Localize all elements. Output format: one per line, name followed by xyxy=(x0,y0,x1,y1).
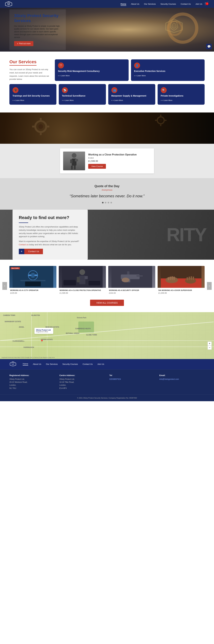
svg-rect-29 xyxy=(77,277,80,282)
footer-tel-number[interactable]: 02038897024 xyxy=(109,378,155,381)
map-label-barnsbury: BARNSBURY ESTATE xyxy=(5,321,21,322)
hero-section: 3Sixty Protect Security Services Our mis… xyxy=(0,8,214,52)
footer-email-address[interactable]: info@3sixtyprotect.com xyxy=(159,378,204,381)
course-img-door xyxy=(158,266,204,288)
map-label-farringdon: FARRINGDON xyxy=(24,346,34,348)
course-img-protection xyxy=(59,266,106,288)
quote-dot-1[interactable] xyxy=(105,202,106,204)
service-link-3[interactable]: » Learn More xyxy=(62,99,74,101)
svg-rect-45 xyxy=(168,277,169,280)
svg-rect-31 xyxy=(80,284,82,288)
service-link-4[interactable]: » Learn More xyxy=(112,99,123,101)
service-icon-3: 📡 xyxy=(62,87,68,93)
service-link-2[interactable]: » Learn More xyxy=(13,99,24,101)
service-card-2[interactable]: 🎓 Trainings and SIA Security Courses » L… xyxy=(10,84,56,105)
map-popup-title: 3Sixty Protect Ltd xyxy=(36,329,51,331)
courses-grid-section: ‹ Best Seller WORKING AS A CCTV OPERATOR… xyxy=(0,260,214,312)
service-card-3[interactable]: 📡 Technical Surveillance » Learn More xyxy=(59,84,106,105)
footer-centre-line2: London, xyxy=(59,384,105,387)
map-zoom-in[interactable]: + xyxy=(207,342,212,346)
footer-reg-line1: 20-22 Wenlock Road, xyxy=(10,381,55,384)
service-card-1[interactable]: 👤 Executive Protection Services » Learn … xyxy=(131,59,205,81)
services-intro-text: You can count on 3Sixty Protect to not o… xyxy=(10,68,50,81)
hero-title: 3Sixty Protect Security Services xyxy=(14,13,61,23)
footer-nav-contact[interactable]: Contact Us xyxy=(82,363,92,365)
map-label-clerkenwell: CLERKENWELL xyxy=(13,340,25,342)
svg-rect-10 xyxy=(160,114,161,117)
svg-point-27 xyxy=(79,269,85,275)
carousel-left-arrow[interactable]: ‹ xyxy=(2,282,7,290)
svg-rect-33 xyxy=(63,280,76,286)
quote-dot-2[interactable] xyxy=(108,202,109,204)
service-card-5[interactable]: 🔍 Private Investigations » Learn More xyxy=(158,84,204,105)
find-out-more-button[interactable]: Find out more xyxy=(14,41,33,46)
footer-centre-heading: Centre Address: xyxy=(59,374,105,376)
svg-rect-38 xyxy=(137,275,143,276)
map-section: CAMDEN TOWN ISLINGTON BARNSBURY ESTATE A… xyxy=(0,312,214,359)
footer-registered-heading: Registered Address: xyxy=(10,374,55,376)
svg-rect-4 xyxy=(40,118,42,121)
svg-rect-12 xyxy=(155,120,157,121)
view-all-courses-button[interactable]: VIEW ALL COURSES xyxy=(90,300,124,306)
course-img-security xyxy=(108,266,155,288)
ready-plus-icon: + xyxy=(19,249,24,254)
footer-nav-join[interactable]: Join Us xyxy=(97,363,104,365)
course-item-info-0: WORKING AS A CCTV OPERATOR £229.99 xyxy=(10,288,56,296)
map-label-angel: ANGEL xyxy=(19,326,24,328)
svg-rect-32 xyxy=(82,284,85,288)
svg-rect-5 xyxy=(40,132,42,135)
service-card-4[interactable]: 👥 Manpower Supply & Management » Learn M… xyxy=(108,84,155,105)
navbar-links: Home About Us Our Services Security Cour… xyxy=(121,2,202,5)
footer-nav-home[interactable]: Home xyxy=(23,362,28,366)
ready-contact-link[interactable]: Contact us xyxy=(19,244,29,246)
quote-dots xyxy=(10,202,204,204)
service-title-1: Executive Protection Services xyxy=(134,70,202,72)
nav-courses[interactable]: Security Courses xyxy=(160,2,176,5)
nav-join[interactable]: Join Us xyxy=(195,2,202,5)
service-icon-4: 👥 xyxy=(112,87,117,93)
map-zoom-out[interactable]: − xyxy=(207,346,212,350)
view-course-button[interactable]: View Course xyxy=(88,164,106,169)
hero-content: 3Sixty Protect Security Services Our mis… xyxy=(10,9,66,50)
nav-home[interactable]: Home xyxy=(121,2,126,5)
footer-nav-about[interactable]: About Us xyxy=(33,363,41,365)
footer-reg-line2: London, xyxy=(10,384,55,387)
course-card-status: Ended xyxy=(88,157,137,159)
footer-nav-courses[interactable]: Security Courses xyxy=(62,363,78,365)
svg-rect-50 xyxy=(189,276,190,280)
service-link-0[interactable]: » Learn More xyxy=(58,75,70,76)
quote-dot-3[interactable] xyxy=(111,202,112,204)
service-card-0[interactable]: 🛡 Security Risk Management Consultancy »… xyxy=(55,59,129,81)
course-item-price-0: £229.99 xyxy=(10,292,56,294)
footer-centre-line3: E14 8PX xyxy=(59,387,105,390)
ready-contact-button[interactable]: Contact Us xyxy=(24,249,43,254)
services-section: Our Services You can count on 3Sixty Pro… xyxy=(0,52,214,112)
nav-about[interactable]: About Us xyxy=(131,2,139,5)
footer-centre-address: Centre Address: 3Sixty Protect Ltd, 10-1… xyxy=(59,374,105,390)
quote-dot-0[interactable] xyxy=(102,202,103,204)
cart-area[interactable]: 🛒 0 xyxy=(204,2,209,6)
chat-button[interactable]: 💬 xyxy=(206,44,212,49)
footer-reg-line3: N1 7GU xyxy=(10,387,55,390)
nav-services[interactable]: Our Services xyxy=(144,2,156,5)
svg-rect-25 xyxy=(25,282,41,286)
footer-nav-services[interactable]: Our Services xyxy=(46,363,58,365)
gear-icon-large xyxy=(31,117,50,136)
service-link-5[interactable]: » Learn More xyxy=(161,99,172,101)
navbar-logo[interactable] xyxy=(5,1,13,7)
svg-point-14 xyxy=(72,153,76,158)
services-intro: Our Services You can count on 3Sixty Pro… xyxy=(10,59,50,81)
service-icon-1: 👤 xyxy=(134,62,140,68)
course-item-3: SIA Working as a Door Supervisor £1,009.… xyxy=(158,266,204,296)
course-item-info-1: Working as a Close Protection Operative … xyxy=(59,288,106,296)
svg-rect-37 xyxy=(127,272,129,274)
svg-point-40 xyxy=(122,278,129,282)
svg-rect-24 xyxy=(20,280,45,281)
course-item-info-2: Working as a Security Officer £244.00 xyxy=(108,288,155,296)
course-item-price-3: £1,009.99 xyxy=(158,292,204,294)
cart-badge: 0 xyxy=(206,2,208,5)
nav-contact[interactable]: Contact Us xyxy=(181,2,191,5)
svg-rect-18 xyxy=(71,166,73,170)
service-link-1[interactable]: » Learn More xyxy=(134,75,146,76)
carousel-right-arrow[interactable]: › xyxy=(207,282,212,290)
